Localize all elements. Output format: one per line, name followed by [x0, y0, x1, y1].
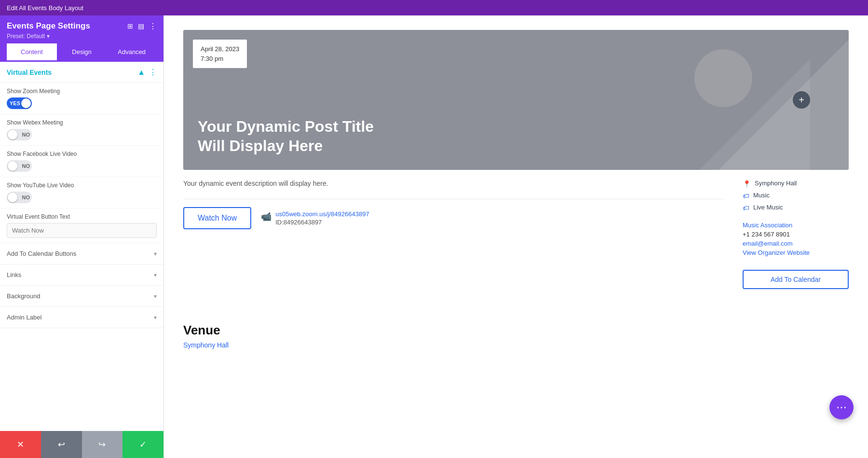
organizer-email[interactable]: email@email.com: [743, 240, 849, 247]
event-main: Your dynamic event description will disp…: [183, 180, 723, 289]
add-to-calendar-button[interactable]: Add To Calendar: [743, 270, 849, 289]
virtual-events-title: Virtual Events: [7, 69, 52, 76]
layout-icon[interactable]: ⊞: [127, 22, 133, 30]
toggle-knob-facebook: [8, 161, 17, 171]
venue-link[interactable]: Symphony Hall: [183, 341, 229, 349]
show-webex-field: Show Webex Meeting NO: [0, 114, 163, 146]
button-text-input[interactable]: [7, 223, 157, 238]
show-zoom-label: Show Zoom Meeting: [7, 88, 157, 95]
section-title-actions: ▲ ⋮: [137, 68, 157, 77]
links-label: Links: [7, 271, 21, 278]
watch-now-button[interactable]: Watch Now: [183, 207, 251, 229]
check-icon: ✓: [139, 439, 147, 450]
organizer-name-link[interactable]: Music Association: [743, 222, 849, 229]
virtual-events-section-header: Virtual Events ▲ ⋮: [0, 62, 163, 83]
sidebar: Events Page Settings ⊞ ▤ ⋮ Preset: Defau…: [0, 15, 164, 458]
show-youtube-toggle[interactable]: NO: [7, 192, 32, 203]
zoom-info: 📹 us05web.zoom.us/j/84926643897 ID:84926…: [261, 210, 369, 226]
collapse-icon[interactable]: ▲: [137, 68, 145, 77]
video-camera-icon: 📹: [261, 211, 271, 222]
sidebar-content: Virtual Events ▲ ⋮ Show Zoom Meeting YES: [0, 62, 163, 431]
undo-button[interactable]: ↩: [41, 431, 82, 458]
show-webex-toggle[interactable]: NO: [7, 129, 32, 140]
location-icon: 📍: [743, 180, 751, 188]
sidebar-title: Events Page Settings: [7, 21, 90, 31]
venue-section: Venue Symphony Hall: [183, 313, 849, 349]
tag-icon-music: 🏷: [743, 192, 749, 200]
chevron-down-icon-admin: ▾: [154, 314, 157, 321]
add-to-calendar-section[interactable]: Add To Calendar Buttons ▾: [0, 243, 163, 264]
toggle-knob-youtube: [8, 193, 17, 202]
tab-advanced[interactable]: Advanced: [107, 43, 157, 62]
venue-meta: 📍 Symphony Hall: [743, 180, 849, 188]
organizer-website-link[interactable]: View Organizer Website: [743, 249, 849, 256]
x-icon: ✕: [17, 439, 24, 450]
zoom-id: ID:84926643897: [275, 219, 322, 226]
sidebar-footer: ✕ ↩ ↪ ✓: [0, 431, 163, 458]
admin-label-section[interactable]: Admin Label ▾: [0, 307, 163, 328]
banner-date-box: April 28, 2023 7:30 pm: [193, 40, 247, 68]
fab-icon: ⋯: [836, 401, 847, 414]
organizer-section: Music Association +1 234 567 8901 email@…: [743, 222, 849, 256]
organizer-phone: +1 234 567 8901: [743, 231, 849, 238]
show-zoom-toggle[interactable]: YES: [7, 97, 32, 109]
tag-live-music-meta: 🏷 Live Music: [743, 204, 849, 212]
button-text-field: Virtual Event Button Text: [0, 208, 163, 243]
chevron-down-icon-links: ▾: [154, 272, 157, 278]
tab-design[interactable]: Design: [57, 43, 107, 62]
venue-section-title: Venue: [183, 323, 849, 338]
chevron-down-icon: ▾: [154, 250, 157, 257]
show-youtube-label: Show YouTube Live Video: [7, 182, 157, 189]
tag-icon-live-music: 🏷: [743, 204, 749, 212]
tag-music: Music: [753, 192, 770, 199]
toggle-knob-webex: [8, 130, 17, 139]
sidebar-header: Events Page Settings ⊞ ▤ ⋮ Preset: Defau…: [0, 15, 163, 62]
tag-music-meta: 🏷 Music: [743, 192, 849, 200]
redo-icon: ↪: [98, 439, 106, 450]
cancel-button[interactable]: ✕: [0, 431, 41, 458]
background-section[interactable]: Background ▾: [0, 286, 163, 307]
top-bar-title: Edit All Events Body Layout: [7, 4, 83, 12]
banner-date: April 28, 2023: [201, 44, 239, 54]
event-sidebar-info: 📍 Symphony Hall 🏷 Music 🏷 Live Music Mus…: [743, 180, 849, 289]
show-facebook-field: Show Facebook Live Video NO: [0, 146, 163, 177]
banner-triangle-2: [617, 59, 810, 170]
show-webex-label: Show Webex Meeting: [7, 119, 157, 126]
toggle-knob: [21, 98, 31, 108]
chevron-down-icon-bg: ▾: [154, 293, 157, 300]
banner-time: 7:30 pm: [201, 54, 239, 64]
banner-title: Your Dynamic Post Title Will Display Her…: [198, 117, 391, 155]
columns-icon[interactable]: ▤: [138, 22, 144, 30]
content-area: April 28, 2023 7:30 pm Your Dynamic Post…: [164, 15, 868, 458]
redo-button[interactable]: ↪: [82, 431, 123, 458]
sidebar-title-icons: ⊞ ▤ ⋮: [127, 22, 157, 31]
event-body: Your dynamic event description will disp…: [183, 180, 849, 289]
event-banner: April 28, 2023 7:30 pm Your Dynamic Post…: [183, 30, 849, 170]
section-more-icon[interactable]: ⋮: [149, 68, 157, 77]
show-facebook-label: Show Facebook Live Video: [7, 151, 157, 157]
show-facebook-toggle[interactable]: NO: [7, 160, 32, 172]
background-label: Background: [7, 292, 40, 300]
banner-plus-button[interactable]: +: [793, 91, 810, 109]
top-bar: Edit All Events Body Layout: [0, 0, 868, 15]
links-section[interactable]: Links ▾: [0, 264, 163, 286]
add-to-calendar-label: Add To Calendar Buttons: [7, 250, 76, 257]
tab-content[interactable]: Content: [7, 43, 57, 62]
sidebar-tabs: Content Design Advanced: [7, 43, 157, 62]
watch-now-area: Watch Now 📹 us05web.zoom.us/j/8492664389…: [183, 199, 723, 229]
button-text-label: Virtual Event Button Text: [7, 213, 157, 220]
fab-button[interactable]: ⋯: [829, 395, 854, 419]
more-icon[interactable]: ⋮: [149, 22, 157, 31]
show-youtube-field: Show YouTube Live Video NO: [0, 177, 163, 208]
venue-name: Symphony Hall: [755, 180, 797, 187]
show-zoom-field: Show Zoom Meeting YES: [0, 83, 163, 114]
save-button[interactable]: ✓: [122, 431, 163, 458]
zoom-link[interactable]: us05web.zoom.us/j/84926643897: [275, 210, 369, 218]
undo-icon: ↩: [58, 439, 65, 450]
admin-label: Admin Label: [7, 314, 41, 321]
sidebar-preset[interactable]: Preset: Default ▾: [7, 33, 157, 40]
event-description: Your dynamic event description will disp…: [183, 180, 723, 187]
tag-live-music: Live Music: [753, 204, 783, 211]
